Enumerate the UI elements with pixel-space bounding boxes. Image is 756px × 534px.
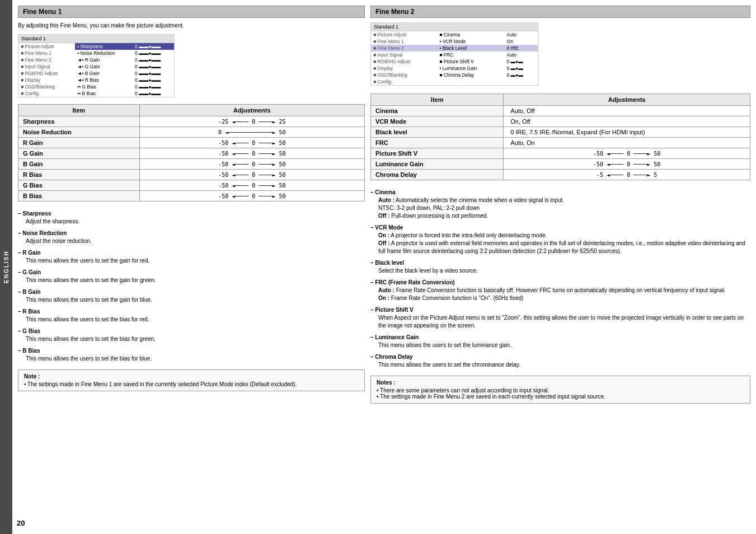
desc-line: Off : Pull-down processing is not perfor… <box>370 212 750 220</box>
desc-title: B Gain <box>18 289 365 295</box>
table-row: Black level <box>371 127 504 138</box>
desc-title: G Gain <box>18 269 365 275</box>
desc-title: R Gain <box>18 250 365 256</box>
desc-title: Chroma Delay <box>370 354 750 360</box>
right-note-title: Notes : <box>377 380 744 386</box>
desc-section: VCR ModeOn : A projector is forced into … <box>370 224 750 255</box>
desc-title: Cinema <box>370 189 750 195</box>
note-item: • There are some parameters can not adju… <box>377 387 744 394</box>
desc-title: Luminance Gain <box>370 334 750 340</box>
table-row: Luminance Gain <box>371 159 504 170</box>
desc-section: R GainThis menu allows the users to set … <box>18 250 365 265</box>
desc-line: Off : A projector is used with external … <box>370 240 750 255</box>
page-number: 20 <box>17 519 25 527</box>
desc-line: On : Frame Rate Conversion function is "… <box>370 294 750 302</box>
desc-body: This menu allows the users to set the ga… <box>18 257 365 265</box>
table-row: VCR Mode <box>371 116 504 127</box>
desc-body: Adjust the sharpness. <box>18 218 365 226</box>
desc-title: B Bias <box>18 348 365 354</box>
intro-text: By adjusting this Fine Menu, you can mak… <box>18 22 365 29</box>
table-row: R Bias <box>18 170 140 180</box>
desc-title: G Bias <box>18 328 365 334</box>
left-menu-screenshot: Standard 1 ■ Picture Adjust ▪ Sharpness … <box>18 34 175 97</box>
desc-body: Adjust the noise reduction. <box>18 237 365 245</box>
left-note-title: Note : <box>24 373 359 380</box>
desc-section: B GainThis menu allows the users to set … <box>18 289 365 304</box>
desc-line: Select the black level by a video source… <box>370 267 750 275</box>
left-section-header: Fine Menu 1 <box>18 6 365 18</box>
desc-title: VCR Mode <box>370 224 750 231</box>
table-row: G Bias <box>18 180 140 191</box>
desc-section: Noise ReductionAdjust the noise reductio… <box>18 230 365 245</box>
table-row: Picture Shift V <box>371 148 504 159</box>
right-table-col1: Item <box>371 94 504 106</box>
left-note-body: • The settings made in Fine Menu 1 are s… <box>24 381 359 387</box>
desc-title: Picture Shift V <box>370 307 750 313</box>
desc-body: This menu allows the users to set the bi… <box>18 335 365 343</box>
side-language-tab: ENGLISH <box>0 0 12 534</box>
desc-section: SharpnessAdjust the sharpness. <box>18 210 365 226</box>
desc-title: R Bias <box>18 308 365 315</box>
desc-body: This menu allows the users to set the bi… <box>18 316 365 324</box>
left-menu-title: Standard 1 <box>18 35 174 43</box>
desc-section: G GainThis menu allows the users to set … <box>18 269 365 284</box>
desc-body: This menu allows the users to set the bi… <box>18 355 365 363</box>
desc-body: This menu allows the users to set the ga… <box>18 277 365 284</box>
left-table-col1: Item <box>18 105 140 116</box>
desc-title: FRC (Frame Rate Conversion) <box>370 279 750 285</box>
left-descriptions: SharpnessAdjust the sharpness.Noise Redu… <box>18 210 365 363</box>
table-row: Sharpness <box>18 116 140 127</box>
desc-line: Auto : Automatically selects the cinema … <box>370 196 750 204</box>
table-row: Noise Reduction <box>18 127 140 138</box>
right-table-col2: Adjustments <box>504 94 750 106</box>
right-descriptions: CinemaAuto : Automatically selects the c… <box>370 189 750 369</box>
desc-title: Black level <box>370 260 750 266</box>
desc-section: Luminance GainThis menu allows the users… <box>370 334 750 349</box>
desc-section: Chroma DelayThis menu allows the users t… <box>370 354 750 369</box>
desc-body: This menu allows the users to set the ga… <box>18 296 365 304</box>
right-section-header: Fine Menu 2 <box>370 6 750 18</box>
table-row: FRC <box>371 138 504 148</box>
left-table-col2: Adjustments <box>139 105 364 116</box>
table-row: B Bias <box>18 191 140 202</box>
desc-section: Black levelSelect the black level by a v… <box>370 260 750 275</box>
desc-section: B BiasThis menu allows the users to set … <box>18 348 365 363</box>
desc-section: Picture Shift VWhen Aspect on the Pictur… <box>370 307 750 330</box>
desc-line: On : A projector is forced into the intr… <box>370 232 750 240</box>
desc-line: When Aspect on the Picture Adjust menu i… <box>370 314 750 330</box>
table-row: G Gain <box>18 148 140 159</box>
desc-line: This menu allows the users to set the ch… <box>370 361 750 369</box>
desc-section: FRC (Frame Rate Conversion)Auto : Frame … <box>370 279 750 302</box>
desc-section: G BiasThis menu allows the users to set … <box>18 328 365 343</box>
right-note-box: Notes : • There are some parameters can … <box>370 376 750 404</box>
note-item: • The settings made in Fine Menu 2 are s… <box>377 394 744 400</box>
table-row: Cinema <box>371 106 504 116</box>
right-adj-table: Item Adjustments CinemaAuto, OffVCR Mode… <box>370 93 750 180</box>
desc-title: Noise Reduction <box>18 230 365 236</box>
right-menu-screenshot: Standard 1 ■ Picture Adjust ■ Cinema Aut… <box>370 22 538 86</box>
table-row: Chroma Delay <box>371 170 504 180</box>
desc-line: NTSC: 3-2 pull down, PAL: 2-2 pull down <box>370 204 750 212</box>
right-menu-title: Standard 1 <box>371 23 538 31</box>
left-adj-table: Item Adjustments Sharpness-25 ◄──── 0 ──… <box>18 104 365 202</box>
desc-line: Auto : Frame Rate Conversion function is… <box>370 287 750 294</box>
desc-section: R BiasThis menu allows the users to set … <box>18 308 365 324</box>
table-row: B Gain <box>18 159 140 170</box>
table-row: R Gain <box>18 138 140 148</box>
right-notes-list: • There are some parameters can not adju… <box>377 387 744 400</box>
desc-line: This menu allows the users to set the lu… <box>370 341 750 349</box>
desc-title: Sharpness <box>18 210 365 217</box>
left-note-box: Note : • The settings made in Fine Menu … <box>18 369 365 391</box>
desc-section: CinemaAuto : Automatically selects the c… <box>370 189 750 220</box>
